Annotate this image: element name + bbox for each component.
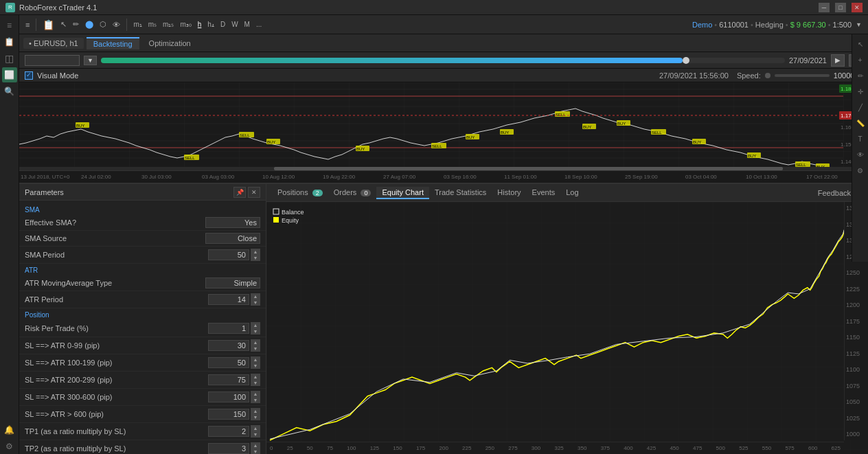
toolbar-fb-btn[interactable]: ⬡ (98, 19, 108, 30)
price-chart[interactable]: BUY SELL SELL BUY BUY SELL BUY BUY SELL … (19, 82, 868, 184)
equity-chart[interactable]: Balance Equity 1350 1325 1300 1275 1250 … (266, 202, 868, 454)
visual-mode-label: Visual Mode (37, 71, 78, 80)
start-date-input[interactable]: 04/12/2017 (25, 55, 80, 66)
tab-orders[interactable]: Orders 0 (328, 187, 377, 199)
tab-positions[interactable]: Positions 2 (272, 187, 328, 199)
progress-handle[interactable] (683, 57, 689, 64)
param-label-sl-600: SL ==> ATR > 600 (pip) (25, 410, 208, 418)
param-down-risk[interactable]: ▼ (251, 328, 260, 334)
param-label-sl-200-299: SL ==> ATR 200-299 (pip) (25, 376, 208, 384)
param-up-sl-0-99[interactable]: ▲ (251, 339, 260, 345)
toolbar-m5-btn[interactable]: m₅ (146, 19, 159, 30)
rs-cursor-btn[interactable]: ↖ (854, 37, 867, 51)
sidebar-orders-icon[interactable]: 📋 (2, 34, 17, 49)
svg-text:BUY: BUY (466, 135, 475, 139)
toolbar-cursor-btn[interactable]: ↖ (58, 19, 69, 30)
toolbar-mn-btn[interactable]: M (242, 19, 252, 30)
param-down-atr-period[interactable]: ▼ (251, 299, 260, 306)
toolbar-eye-btn[interactable]: 👁 (111, 19, 122, 30)
param-up-tp1[interactable]: ▲ (251, 425, 260, 431)
sidebar-search-icon[interactable]: 🔍 (2, 84, 17, 99)
param-input-sl-100-199[interactable] (208, 357, 249, 368)
param-up-sl-300-600[interactable]: ▲ (251, 391, 260, 397)
param-input-sl-200-299[interactable] (208, 374, 249, 385)
date-dropdown-btn[interactable]: ▼ (84, 56, 97, 65)
tab-trade-statistics[interactable]: Trade Statistics (429, 187, 492, 199)
rs-settings-btn[interactable]: ⚙ (854, 163, 867, 177)
param-up-tp2[interactable]: ▲ (251, 442, 260, 449)
param-down-sl-300-600[interactable]: ▼ (251, 397, 260, 403)
minimize-button[interactable]: ─ (819, 3, 830, 12)
tab-equity-chart[interactable]: Equity Chart (376, 187, 429, 199)
toolbar-pen-btn[interactable]: ✏ (71, 19, 81, 30)
tab-events[interactable]: Events (527, 187, 561, 199)
sidebar-alerts-icon[interactable]: 🔔 (2, 422, 17, 438)
toolbar-new-btn[interactable]: 📋 (41, 18, 56, 32)
toolbar-more-btn[interactable]: ... (254, 19, 264, 30)
sidebar-bot-icon[interactable]: ⬜ (2, 67, 17, 82)
toolbar-d1-btn[interactable]: D (218, 19, 227, 30)
rs-text-btn[interactable]: T (854, 132, 867, 146)
param-down-sl-0-99[interactable]: ▼ (251, 345, 260, 352)
params-close-btn[interactable]: ✕ (248, 187, 260, 198)
rs-crosshair-btn[interactable]: ✛ (854, 84, 867, 98)
param-input-atr-period[interactable] (208, 294, 249, 305)
speed-slider[interactable] (775, 74, 830, 77)
param-up-risk[interactable]: ▲ (251, 322, 260, 328)
sidebar-chart-icon[interactable]: ◫ (2, 51, 17, 66)
param-input-sma-source[interactable]: Close (205, 233, 260, 244)
end-date-label: 27/09/2021 (789, 56, 827, 65)
toolbar-m1-btn[interactable]: m₁ (131, 19, 144, 30)
x-label-6: 19 Aug 22:00 (323, 174, 383, 180)
rs-ruler-btn[interactable]: 📏 (854, 116, 867, 130)
sidebar-settings-icon[interactable]: ⚙ (2, 439, 17, 454)
toolbar-menu-btn[interactable]: ≡ (23, 19, 32, 30)
param-up-atr-period[interactable]: ▲ (251, 293, 260, 299)
param-down-sl-100-199[interactable]: ▼ (251, 363, 260, 369)
param-up-sl-200-299[interactable]: ▲ (251, 374, 260, 380)
param-input-tp2[interactable] (208, 443, 249, 454)
param-down-sma-period[interactable]: ▼ (251, 255, 260, 261)
rs-line-btn[interactable]: ╱ (854, 100, 867, 114)
progress-bar[interactable] (101, 58, 785, 63)
toolbar-robot-btn[interactable]: ⬤ (83, 19, 95, 30)
window-controls[interactable]: ─ □ ✕ (819, 3, 863, 12)
rs-zoom-btn[interactable]: + (854, 53, 867, 67)
toolbar-h4-btn[interactable]: h₄ (205, 19, 216, 30)
chart-scrollbar-thumb[interactable] (274, 167, 784, 170)
param-down-tp2[interactable]: ▼ (251, 449, 260, 454)
maximize-button[interactable]: □ (835, 3, 846, 12)
param-input-effective-sma[interactable]: YesNo (205, 217, 260, 228)
close-button[interactable]: ✕ (852, 3, 863, 12)
param-up-sl-100-199[interactable]: ▲ (251, 356, 260, 363)
param-input-atr-ma-type[interactable]: Simple (205, 277, 260, 288)
param-up-sma-period[interactable]: ▲ (251, 249, 260, 255)
param-down-sl-200-299[interactable]: ▼ (251, 380, 260, 386)
account-dropdown-btn[interactable]: ▼ (854, 20, 864, 30)
toolbar-m15-btn[interactable]: m₁₅ (161, 19, 176, 30)
x-eq-125: 125 (370, 445, 379, 451)
param-input-sl-300-600[interactable] (208, 391, 249, 402)
rs-eye-btn[interactable]: 👁 (854, 148, 867, 161)
play-button[interactable]: ▶ (831, 54, 845, 67)
tab-log[interactable]: Log (560, 187, 584, 199)
param-down-tp1[interactable]: ▼ (251, 431, 260, 438)
visual-mode-checkbox[interactable] (25, 71, 33, 80)
param-input-sl-600[interactable] (208, 409, 249, 420)
param-input-sl-0-99[interactable] (208, 340, 249, 351)
params-pin-btn[interactable]: 📌 (233, 187, 246, 198)
toolbar-h1-btn[interactable]: h (196, 19, 204, 30)
param-input-risk[interactable] (208, 323, 249, 334)
param-up-sl-600[interactable]: ▲ (251, 408, 260, 414)
param-down-sl-600[interactable]: ▼ (251, 414, 260, 420)
toolbar-w1-btn[interactable]: W (229, 19, 240, 30)
param-input-tp1[interactable] (208, 426, 249, 437)
sidebar-menu-icon[interactable]: ≡ (2, 18, 17, 33)
chart-scrollbar[interactable] (19, 167, 868, 170)
tab-history[interactable]: History (492, 187, 526, 199)
rs-pencil-btn[interactable]: ✏ (854, 69, 867, 82)
param-input-sma-period[interactable] (208, 249, 249, 260)
backtesting-tab[interactable]: Backtesting (87, 37, 139, 49)
optimization-tab[interactable]: Optimization (142, 38, 198, 49)
toolbar-m30-btn[interactable]: m₃₀ (178, 19, 193, 30)
